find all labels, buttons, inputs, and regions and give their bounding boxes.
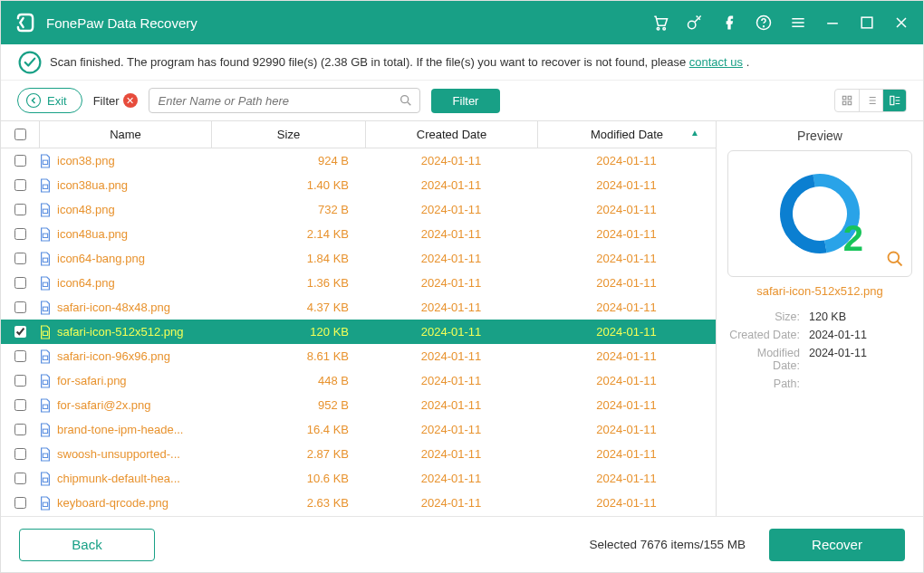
file-modified: 2024-01-11 <box>537 423 716 436</box>
svg-point-29 <box>889 253 900 263</box>
key-icon[interactable] <box>686 14 704 32</box>
svg-rect-19 <box>43 282 47 286</box>
column-header-size[interactable]: Size <box>211 121 365 148</box>
svg-rect-20 <box>43 307 47 310</box>
table-row[interactable]: safari-icon-512x512.png120 KB2024-01-112… <box>1 320 716 344</box>
search-input[interactable] <box>149 88 420 113</box>
svg-rect-27 <box>43 478 47 482</box>
close-button[interactable] <box>892 14 910 32</box>
file-name: for-safari.png <box>57 374 127 387</box>
row-checkbox[interactable] <box>14 228 26 240</box>
filter-button[interactable]: Filter <box>431 89 501 113</box>
file-size: 10.6 KB <box>211 472 365 485</box>
row-checkbox[interactable] <box>14 155 26 167</box>
file-created: 2024-01-11 <box>365 325 537 339</box>
table-row[interactable]: for-safari.png448 B2024-01-112024-01-11 <box>1 368 716 393</box>
checkmark-icon <box>17 50 43 75</box>
file-modified: 2024-01-11 <box>537 349 716 363</box>
view-list-button[interactable] <box>859 90 882 111</box>
table-row[interactable]: brand-tone-ipm-heade...16.4 KB2024-01-11… <box>1 417 716 442</box>
svg-rect-21 <box>43 331 47 335</box>
titlebar: FonePaw Data Recovery <box>1 1 923 44</box>
clear-filter-icon[interactable]: ✕ <box>123 93 138 108</box>
file-icon <box>39 276 52 291</box>
row-checkbox[interactable] <box>14 179 26 191</box>
scan-status: Scan finished. The program has found 929… <box>1 44 923 81</box>
contact-us-link[interactable]: contact us <box>689 55 743 69</box>
row-checkbox[interactable] <box>14 204 26 215</box>
svg-rect-22 <box>43 356 47 359</box>
view-detail-button[interactable] <box>882 90 906 111</box>
view-grid-button[interactable] <box>835 90 859 111</box>
row-checkbox[interactable] <box>14 497 26 509</box>
preview-path-value <box>809 377 912 390</box>
footer: Back Selected 7676 items/155 MB Recover <box>1 516 923 572</box>
svg-rect-25 <box>43 429 47 433</box>
file-name: icon48ua.png <box>57 227 128 241</box>
file-icon <box>39 423 52 437</box>
row-checkbox[interactable] <box>14 375 26 387</box>
svg-rect-5 <box>861 17 872 28</box>
file-icon <box>39 349 52 364</box>
table-row[interactable]: swoosh-unsupported-...2.87 KB2024-01-112… <box>1 442 716 466</box>
file-icon <box>39 154 52 168</box>
file-icon <box>39 398 52 413</box>
column-header-name[interactable]: Name <box>39 121 211 148</box>
row-checkbox[interactable] <box>14 424 26 435</box>
file-name: safari-icon-48x48.png <box>57 301 170 314</box>
back-button[interactable]: Back <box>19 529 155 561</box>
help-icon[interactable] <box>755 14 773 32</box>
file-name: brand-tone-ipm-heade... <box>57 423 183 436</box>
file-name: icon38ua.png <box>57 178 128 192</box>
table-row[interactable]: icon64-bang.png1.84 KB2024-01-112024-01-… <box>1 246 716 271</box>
row-checkbox[interactable] <box>14 473 26 484</box>
table-row[interactable]: for-safari@2x.png952 B2024-01-112024-01-… <box>1 393 716 417</box>
table-row[interactable]: safari-icon-96x96.png8.61 KB2024-01-1120… <box>1 344 716 368</box>
svg-rect-24 <box>43 405 47 408</box>
file-modified: 2024-01-11 <box>537 252 716 265</box>
table-row[interactable]: safari-icon-48x48.png4.37 KB2024-01-1120… <box>1 295 716 320</box>
minimize-button[interactable] <box>823 14 842 32</box>
table-row[interactable]: icon38ua.png1.40 KB2024-01-112024-01-11 <box>1 173 716 197</box>
file-icon <box>39 227 52 242</box>
row-checkbox[interactable] <box>14 350 26 362</box>
svg-point-4 <box>764 26 765 27</box>
svg-rect-14 <box>43 160 47 164</box>
row-checkbox[interactable] <box>14 399 26 411</box>
file-name: chipmunk-default-hea... <box>57 472 180 485</box>
svg-rect-28 <box>43 502 47 506</box>
svg-point-7 <box>27 94 41 108</box>
row-checkbox[interactable] <box>14 301 26 313</box>
app-logo-icon <box>14 11 37 34</box>
recover-button[interactable]: Recover <box>769 529 905 561</box>
exit-button[interactable]: Exit <box>17 88 82 113</box>
select-all-checkbox[interactable] <box>14 129 26 140</box>
facebook-icon[interactable] <box>720 14 738 32</box>
row-checkbox[interactable] <box>14 326 26 338</box>
row-checkbox[interactable] <box>14 277 26 289</box>
menu-icon[interactable] <box>789 14 807 32</box>
table-row[interactable]: icon48ua.png2.14 KB2024-01-112024-01-11 <box>1 222 716 246</box>
file-size: 732 B <box>211 203 365 216</box>
file-size: 1.84 KB <box>211 252 365 265</box>
file-table: Name Size Created Date Modified Date ▲ i… <box>1 120 717 517</box>
preview-thumbnail: 2 <box>727 150 912 277</box>
row-checkbox[interactable] <box>14 448 26 460</box>
zoom-icon[interactable] <box>886 250 904 271</box>
file-size: 952 B <box>211 398 365 412</box>
maximize-button[interactable] <box>858 14 876 32</box>
file-size: 448 B <box>211 374 365 387</box>
table-row[interactable]: icon38.png924 B2024-01-112024-01-11 <box>1 148 716 173</box>
table-row[interactable]: icon48.png732 B2024-01-112024-01-11 <box>1 197 716 222</box>
cart-icon[interactable] <box>651 14 669 32</box>
table-row[interactable]: chipmunk-default-hea...10.6 KB2024-01-11… <box>1 466 716 491</box>
status-text: Scan finished. The program has found 929… <box>50 55 689 69</box>
table-row[interactable]: icon64.png1.36 KB2024-01-112024-01-11 <box>1 271 716 295</box>
column-header-created[interactable]: Created Date <box>365 121 537 148</box>
search-icon[interactable] <box>399 93 413 108</box>
row-checkbox[interactable] <box>14 253 26 264</box>
table-row[interactable]: keyboard-qrcode.png2.63 KB2024-01-112024… <box>1 491 716 515</box>
file-name: icon64.png <box>57 276 115 290</box>
column-header-modified[interactable]: Modified Date ▲ <box>537 121 716 148</box>
file-size: 1.40 KB <box>211 178 365 192</box>
